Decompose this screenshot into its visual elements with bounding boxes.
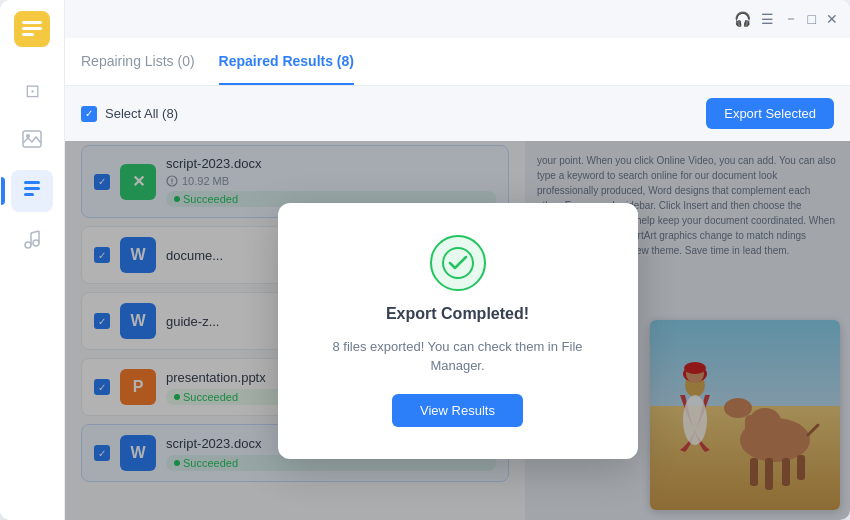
headphones-icon[interactable]: 🎧 bbox=[734, 11, 751, 27]
tab-repairing[interactable]: Repairing Lists (0) bbox=[81, 39, 195, 85]
docs-icon bbox=[22, 179, 42, 204]
svg-rect-2 bbox=[22, 27, 42, 30]
modal-title: Export Completed! bbox=[386, 305, 529, 323]
svg-point-31 bbox=[443, 248, 473, 278]
svg-rect-8 bbox=[24, 193, 34, 196]
minimize-icon[interactable]: － bbox=[784, 10, 798, 28]
image1-icon: ⊡ bbox=[25, 80, 40, 102]
menu-icon[interactable]: ☰ bbox=[761, 11, 774, 27]
titlebar: 🎧 ☰ － □ ✕ bbox=[65, 0, 850, 38]
sidebar-item-image1[interactable]: ⊡ bbox=[11, 70, 53, 112]
svg-line-13 bbox=[31, 231, 39, 233]
export-completed-modal: Export Completed! 8 files exported! You … bbox=[278, 203, 638, 459]
svg-rect-1 bbox=[22, 21, 42, 24]
sidebar: ⊡ bbox=[0, 0, 65, 520]
toolbar: ✓ Select All (8) Export Selected bbox=[65, 86, 850, 141]
svg-point-9 bbox=[25, 242, 31, 248]
select-all-label: Select All (8) bbox=[105, 106, 178, 121]
svg-rect-3 bbox=[22, 33, 34, 36]
sidebar-item-logo[interactable] bbox=[11, 12, 53, 54]
music-icon bbox=[23, 229, 41, 254]
main-content: 🎧 ☰ － □ ✕ Repairing Lists (0) Repaired R… bbox=[65, 0, 850, 520]
select-all-checkbox[interactable]: ✓ bbox=[81, 106, 97, 122]
app-window: ⊡ bbox=[0, 0, 850, 520]
sidebar-item-image2[interactable] bbox=[11, 120, 53, 162]
image2-icon bbox=[22, 130, 42, 152]
select-all-container[interactable]: ✓ Select All (8) bbox=[81, 106, 178, 122]
view-results-button[interactable]: View Results bbox=[392, 394, 523, 427]
content-area: ✓ ✕ script-2023.docx 10.92 MB Succeeded bbox=[65, 141, 850, 520]
success-icon bbox=[430, 235, 486, 291]
modal-overlay: Export Completed! 8 files exported! You … bbox=[65, 141, 850, 520]
close-icon[interactable]: ✕ bbox=[826, 11, 838, 27]
svg-rect-7 bbox=[24, 187, 40, 190]
modal-message: 8 files exported! You can check them in … bbox=[314, 337, 602, 376]
svg-point-10 bbox=[33, 240, 39, 246]
tab-bar: Repairing Lists (0) Repaired Results (8) bbox=[65, 38, 850, 86]
tab-repaired[interactable]: Repaired Results (8) bbox=[219, 39, 354, 85]
maximize-icon[interactable]: □ bbox=[808, 11, 816, 27]
sidebar-item-music[interactable] bbox=[11, 220, 53, 262]
export-selected-button[interactable]: Export Selected bbox=[706, 98, 834, 129]
svg-rect-6 bbox=[24, 181, 40, 184]
sidebar-item-docs[interactable] bbox=[11, 170, 53, 212]
app-logo bbox=[14, 11, 50, 47]
